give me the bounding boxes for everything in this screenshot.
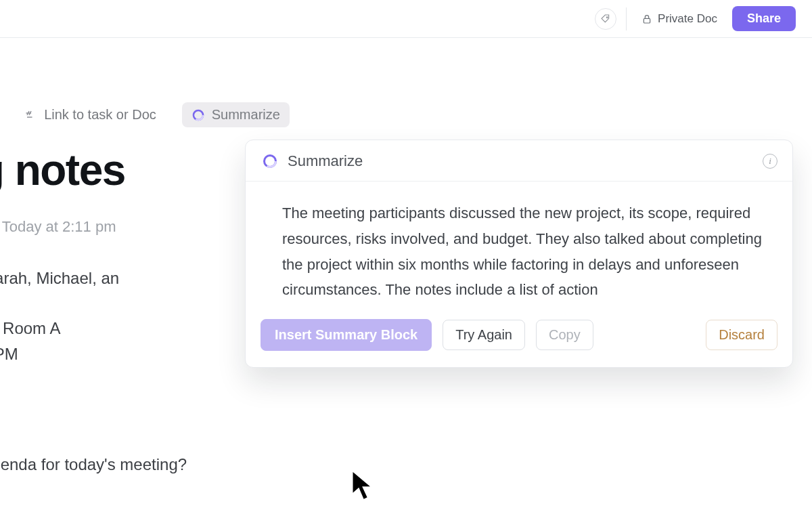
svg-point-0 bbox=[606, 16, 608, 18]
doc-action-row: mment Link to task or Doc Summarize bbox=[0, 102, 812, 127]
summary-text: The meeting participants discussed the n… bbox=[246, 182, 792, 310]
summarize-popover: Summarize i The meeting participants dis… bbox=[245, 140, 793, 368]
ai-circle-icon bbox=[262, 153, 278, 169]
insert-summary-button[interactable]: Insert Summary Block bbox=[261, 319, 432, 351]
popover-title: Summarize bbox=[288, 152, 363, 170]
updated-value: Today at 2:11 pm bbox=[2, 218, 116, 235]
info-icon[interactable]: i bbox=[763, 154, 777, 169]
svg-rect-1 bbox=[644, 18, 650, 23]
tag-icon bbox=[600, 14, 611, 24]
action-label: Link to task or Doc bbox=[44, 107, 156, 123]
discard-button[interactable]: Discard bbox=[706, 320, 777, 350]
action-label: Summarize bbox=[212, 107, 280, 123]
try-again-button[interactable]: Try Again bbox=[443, 320, 525, 350]
copy-button[interactable]: Copy bbox=[536, 320, 593, 350]
share-button[interactable]: Share bbox=[732, 6, 796, 31]
privacy-label: Private Doc bbox=[658, 12, 717, 26]
participants-value: John, Sarah, Michael, an bbox=[0, 269, 119, 287]
section-heading: ersation bbox=[0, 406, 812, 432]
ai-circle-icon bbox=[191, 108, 205, 122]
top-bar: Private Doc Share bbox=[0, 0, 812, 38]
link-task-action[interactable]: Link to task or Doc bbox=[16, 102, 166, 127]
conversation-text[interactable]: what's the agenda for today's meeting? bbox=[0, 455, 812, 474]
privacy-status[interactable]: Private Doc bbox=[636, 8, 723, 30]
link-icon bbox=[25, 109, 37, 121]
summarize-action[interactable]: Summarize bbox=[182, 102, 290, 127]
tag-icon-button[interactable] bbox=[595, 8, 616, 30]
lock-icon bbox=[641, 13, 652, 25]
popover-actions: Insert Summary Block Try Again Copy Disc… bbox=[246, 310, 792, 367]
popover-header: Summarize i bbox=[246, 140, 792, 182]
divider bbox=[626, 7, 627, 30]
